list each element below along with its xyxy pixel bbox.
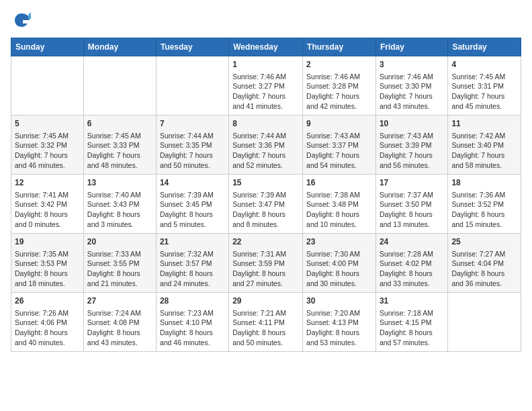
day-number: 30 [306, 295, 372, 307]
day-info: Sunrise: 7:37 AMSunset: 3:50 PMDaylight:… [380, 190, 444, 230]
calendar-cell: 13Sunrise: 7:40 AMSunset: 3:43 PMDayligh… [83, 175, 156, 234]
day-number: 27 [87, 295, 152, 307]
calendar-week-row: 12Sunrise: 7:41 AMSunset: 3:42 PMDayligh… [11, 175, 521, 234]
day-number: 4 [451, 59, 517, 71]
calendar-week-row: 19Sunrise: 7:35 AMSunset: 3:53 PMDayligh… [11, 234, 521, 293]
day-info: Sunrise: 7:44 AMSunset: 3:35 PMDaylight:… [160, 131, 225, 171]
calendar-header-sunday: Sunday [11, 38, 84, 56]
day-info: Sunrise: 7:43 AMSunset: 3:39 PMDaylight:… [380, 131, 444, 171]
day-info: Sunrise: 7:42 AMSunset: 3:40 PMDaylight:… [451, 131, 517, 171]
day-number: 2 [306, 59, 372, 71]
day-number: 1 [232, 59, 299, 71]
calendar-cell: 10Sunrise: 7:43 AMSunset: 3:39 PMDayligh… [375, 116, 447, 175]
calendar-cell: 18Sunrise: 7:36 AMSunset: 3:52 PMDayligh… [448, 175, 521, 234]
calendar-cell: 15Sunrise: 7:39 AMSunset: 3:47 PMDayligh… [229, 175, 303, 234]
day-info: Sunrise: 7:45 AMSunset: 3:32 PMDaylight:… [15, 131, 80, 171]
calendar-cell: 7Sunrise: 7:44 AMSunset: 3:35 PMDaylight… [156, 116, 228, 175]
day-number: 3 [380, 59, 444, 71]
calendar-cell: 3Sunrise: 7:46 AMSunset: 3:30 PMDaylight… [375, 56, 447, 116]
calendar-cell [156, 56, 228, 116]
day-number: 22 [232, 236, 299, 248]
calendar-header-saturday: Saturday [448, 38, 521, 56]
day-info: Sunrise: 7:41 AMSunset: 3:42 PMDaylight:… [15, 190, 80, 230]
day-number: 15 [232, 177, 299, 189]
day-number: 9 [306, 118, 372, 130]
calendar-cell: 28Sunrise: 7:23 AMSunset: 4:10 PMDayligh… [156, 293, 228, 352]
calendar-cell: 17Sunrise: 7:37 AMSunset: 3:50 PMDayligh… [375, 175, 447, 234]
day-number: 5 [15, 118, 80, 130]
day-number: 6 [87, 118, 152, 130]
day-info: Sunrise: 7:45 AMSunset: 3:33 PMDaylight:… [87, 131, 152, 171]
calendar-cell: 5Sunrise: 7:45 AMSunset: 3:32 PMDaylight… [11, 116, 84, 175]
day-info: Sunrise: 7:43 AMSunset: 3:37 PMDaylight:… [306, 131, 372, 171]
day-info: Sunrise: 7:38 AMSunset: 3:48 PMDaylight:… [306, 190, 372, 230]
calendar-cell: 12Sunrise: 7:41 AMSunset: 3:42 PMDayligh… [11, 175, 84, 234]
calendar-cell: 27Sunrise: 7:24 AMSunset: 4:08 PMDayligh… [83, 293, 156, 352]
day-number: 17 [380, 177, 444, 189]
calendar-cell: 22Sunrise: 7:31 AMSunset: 3:59 PMDayligh… [229, 234, 303, 293]
calendar-cell [448, 293, 521, 352]
day-number: 29 [232, 295, 299, 307]
calendar-cell: 31Sunrise: 7:18 AMSunset: 4:15 PMDayligh… [375, 293, 447, 352]
day-info: Sunrise: 7:31 AMSunset: 3:59 PMDaylight:… [232, 249, 299, 289]
day-info: Sunrise: 7:44 AMSunset: 3:36 PMDaylight:… [232, 131, 299, 171]
day-info: Sunrise: 7:30 AMSunset: 4:00 PMDaylight:… [306, 249, 372, 289]
calendar-cell: 23Sunrise: 7:30 AMSunset: 4:00 PMDayligh… [303, 234, 376, 293]
day-number: 23 [306, 236, 372, 248]
calendar-week-row: 26Sunrise: 7:26 AMSunset: 4:06 PMDayligh… [11, 293, 521, 352]
logo-icon [12, 11, 31, 30]
day-info: Sunrise: 7:27 AMSunset: 4:04 PMDaylight:… [451, 249, 517, 289]
day-info: Sunrise: 7:23 AMSunset: 4:10 PMDaylight:… [160, 308, 225, 348]
day-number: 14 [160, 177, 225, 189]
day-info: Sunrise: 7:28 AMSunset: 4:02 PMDaylight:… [380, 249, 444, 289]
day-info: Sunrise: 7:39 AMSunset: 3:47 PMDaylight:… [232, 190, 299, 230]
day-number: 10 [380, 118, 444, 130]
day-info: Sunrise: 7:33 AMSunset: 3:55 PMDaylight:… [87, 249, 152, 289]
day-number: 11 [451, 118, 517, 130]
day-info: Sunrise: 7:39 AMSunset: 3:45 PMDaylight:… [160, 190, 225, 230]
day-number: 20 [87, 236, 152, 248]
calendar-cell: 6Sunrise: 7:45 AMSunset: 3:33 PMDaylight… [83, 116, 156, 175]
calendar-cell: 26Sunrise: 7:26 AMSunset: 4:06 PMDayligh… [11, 293, 84, 352]
day-info: Sunrise: 7:46 AMSunset: 3:30 PMDaylight:… [380, 72, 444, 111]
calendar-cell: 4Sunrise: 7:45 AMSunset: 3:31 PMDaylight… [448, 56, 521, 116]
day-number: 26 [15, 295, 80, 307]
calendar-header-monday: Monday [83, 38, 156, 56]
calendar-cell: 21Sunrise: 7:32 AMSunset: 3:57 PMDayligh… [156, 234, 228, 293]
calendar-cell: 16Sunrise: 7:38 AMSunset: 3:48 PMDayligh… [303, 175, 376, 234]
day-info: Sunrise: 7:21 AMSunset: 4:11 PMDaylight:… [232, 308, 299, 348]
day-number: 28 [160, 295, 225, 307]
day-info: Sunrise: 7:40 AMSunset: 3:43 PMDaylight:… [87, 190, 152, 230]
calendar-cell [11, 56, 84, 116]
day-number: 12 [15, 177, 80, 189]
day-number: 8 [232, 118, 299, 130]
calendar-week-row: 1Sunrise: 7:46 AMSunset: 3:27 PMDaylight… [11, 56, 521, 116]
calendar-cell: 8Sunrise: 7:44 AMSunset: 3:36 PMDaylight… [229, 116, 303, 175]
calendar-cell: 9Sunrise: 7:43 AMSunset: 3:37 PMDaylight… [303, 116, 376, 175]
calendar-cell: 14Sunrise: 7:39 AMSunset: 3:45 PMDayligh… [156, 175, 228, 234]
day-info: Sunrise: 7:46 AMSunset: 3:27 PMDaylight:… [232, 72, 299, 111]
calendar-cell: 25Sunrise: 7:27 AMSunset: 4:04 PMDayligh… [448, 234, 521, 293]
day-number: 25 [451, 236, 517, 248]
day-number: 13 [87, 177, 152, 189]
day-info: Sunrise: 7:18 AMSunset: 4:15 PMDaylight:… [380, 308, 444, 348]
calendar-header-tuesday: Tuesday [156, 38, 228, 56]
day-info: Sunrise: 7:32 AMSunset: 3:57 PMDaylight:… [160, 249, 225, 289]
calendar-cell: 24Sunrise: 7:28 AMSunset: 4:02 PMDayligh… [375, 234, 447, 293]
day-info: Sunrise: 7:36 AMSunset: 3:52 PMDaylight:… [451, 190, 517, 230]
calendar-cell [83, 56, 156, 116]
calendar-header-thursday: Thursday [303, 38, 376, 56]
calendar-cell: 20Sunrise: 7:33 AMSunset: 3:55 PMDayligh… [83, 234, 156, 293]
day-info: Sunrise: 7:46 AMSunset: 3:28 PMDaylight:… [306, 72, 372, 111]
calendar-cell: 30Sunrise: 7:20 AMSunset: 4:13 PMDayligh… [303, 293, 376, 352]
day-info: Sunrise: 7:26 AMSunset: 4:06 PMDaylight:… [15, 308, 80, 348]
calendar: SundayMondayTuesdayWednesdayThursdayFrid… [11, 38, 521, 352]
day-number: 31 [380, 295, 444, 307]
calendar-cell: 29Sunrise: 7:21 AMSunset: 4:11 PMDayligh… [229, 293, 303, 352]
day-info: Sunrise: 7:24 AMSunset: 4:08 PMDaylight:… [87, 308, 152, 348]
header [11, 11, 521, 30]
day-info: Sunrise: 7:45 AMSunset: 3:31 PMDaylight:… [451, 72, 517, 111]
calendar-week-row: 5Sunrise: 7:45 AMSunset: 3:32 PMDaylight… [11, 116, 521, 175]
day-number: 19 [15, 236, 80, 248]
day-number: 24 [380, 236, 444, 248]
